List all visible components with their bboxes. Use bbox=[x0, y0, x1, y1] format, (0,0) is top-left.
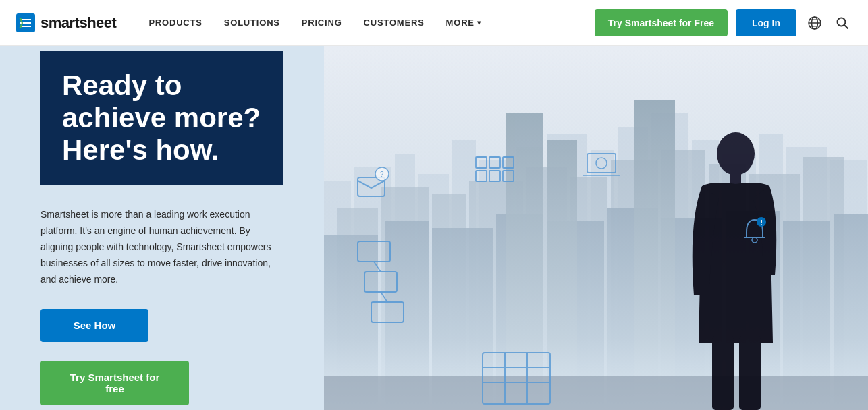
nav-item-more[interactable]: MORE ▾ bbox=[446, 18, 481, 28]
login-button[interactable]: Log In bbox=[736, 9, 796, 36]
hero-title-box: Ready to achieve more? Here's how. bbox=[40, 51, 283, 186]
search-icon-button[interactable] bbox=[833, 13, 852, 32]
logo[interactable]: smartsheet bbox=[16, 13, 116, 32]
try-free-button[interactable]: Try Smartsheet for free bbox=[40, 361, 189, 405]
logo-icon bbox=[16, 13, 35, 32]
nav-links: PRODUCTS SOLUTIONS PRICING CUSTOMERS MOR… bbox=[148, 18, 594, 28]
logo-text: smartsheet bbox=[40, 14, 116, 32]
hero-section: Ready to achieve more? Here's how. Smart… bbox=[0, 46, 868, 410]
svg-rect-54 bbox=[739, 336, 761, 410]
svg-text:?: ? bbox=[380, 171, 384, 178]
svg-point-51 bbox=[717, 132, 755, 175]
hero-title: Ready to achieve more? Here's how. bbox=[62, 69, 262, 167]
globe-icon bbox=[807, 16, 822, 30]
svg-rect-50 bbox=[324, 376, 868, 410]
see-how-button[interactable]: See How bbox=[40, 309, 148, 342]
try-smartsheet-button[interactable]: Try Smartsheet for Free bbox=[595, 9, 728, 36]
svg-rect-49 bbox=[324, 46, 868, 410]
nav-actions: Try Smartsheet for Free Log In bbox=[595, 9, 852, 36]
svg-point-70 bbox=[761, 224, 762, 225]
globe-icon-button[interactable] bbox=[805, 13, 825, 33]
nav-item-customers[interactable]: CUSTOMERS bbox=[364, 18, 425, 28]
navbar: smartsheet PRODUCTS SOLUTIONS PRICING CU… bbox=[0, 0, 868, 46]
nav-item-solutions[interactable]: SOLUTIONS bbox=[224, 18, 280, 28]
search-icon bbox=[836, 16, 849, 30]
svg-line-7 bbox=[844, 25, 848, 28]
svg-rect-53 bbox=[712, 336, 734, 410]
city-buildings: ? bbox=[324, 46, 868, 410]
hero-description: Smartsheet is more than a leading work e… bbox=[40, 207, 283, 287]
hero-right: ? bbox=[324, 46, 868, 410]
chevron-down-icon: ▾ bbox=[477, 19, 481, 26]
nav-item-products[interactable]: PRODUCTS bbox=[148, 18, 202, 28]
hero-left: Ready to achieve more? Here's how. Smart… bbox=[0, 46, 324, 410]
nav-item-pricing[interactable]: PRICING bbox=[302, 18, 342, 28]
